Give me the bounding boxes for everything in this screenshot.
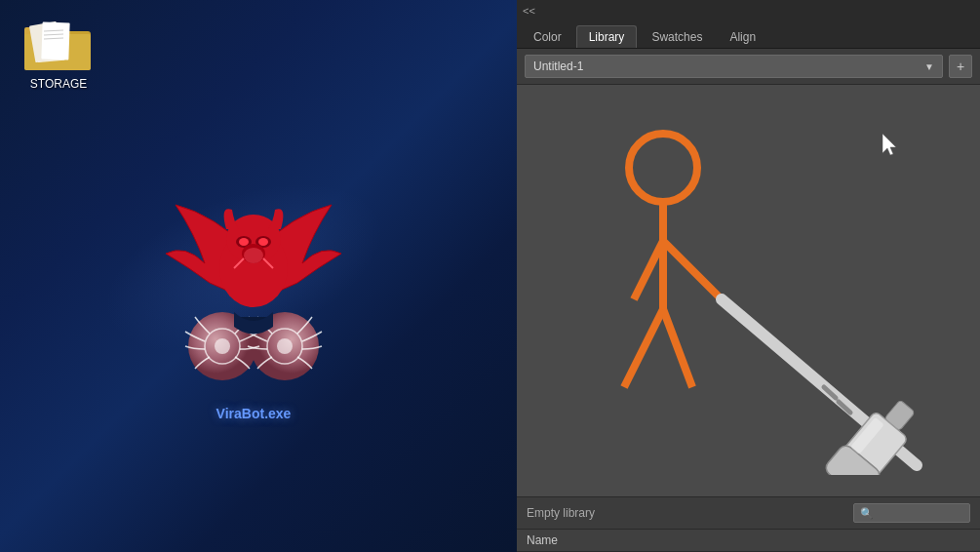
add-item-button[interactable]: + — [949, 55, 972, 78]
library-bottom: Empty library 🔍 Name — [517, 496, 980, 552]
tab-swatches[interactable]: Swatches — [639, 25, 715, 48]
svg-point-22 — [215, 338, 230, 354]
virabot-label: ViraBot.exe — [216, 406, 292, 421]
folder-graphic — [24, 20, 93, 73]
virabot-exe-icon[interactable]: ViraBot.exe — [146, 176, 361, 421]
stick-figure-graphic — [536, 104, 946, 475]
svg-line-30 — [624, 309, 663, 387]
tab-color[interactable]: Color — [521, 25, 574, 48]
svg-point-13 — [239, 238, 249, 246]
svg-point-24 — [277, 338, 293, 354]
tab-library[interactable]: Library — [576, 25, 638, 48]
collapse-arrows[interactable]: << — [523, 5, 535, 17]
toolbar-row: Untitled-1 ▼ + — [517, 49, 980, 85]
dropdown-arrow-icon: ▼ — [924, 61, 934, 72]
search-icon: 🔍 — [860, 507, 874, 520]
svg-line-29 — [663, 241, 722, 299]
document-dropdown[interactable]: Untitled-1 ▼ — [525, 55, 943, 78]
svg-point-14 — [258, 238, 268, 246]
desktop: STORAGE — [0, 0, 517, 552]
name-column-header: Name — [517, 529, 980, 552]
storage-folder-icon[interactable]: STORAGE — [20, 20, 98, 91]
tab-align[interactable]: Align — [717, 25, 768, 48]
svg-line-31 — [663, 309, 692, 387]
library-panel: << Color Library Swatches Align Untitled… — [517, 0, 980, 552]
storage-label: STORAGE — [30, 77, 87, 91]
svg-line-28 — [634, 241, 663, 299]
empty-library-row: Empty library 🔍 — [517, 496, 980, 529]
empty-library-label: Empty library — [527, 506, 595, 520]
svg-rect-5 — [41, 22, 69, 60]
svg-point-26 — [629, 134, 697, 202]
search-box[interactable]: 🔍 — [853, 503, 970, 523]
svg-point-16 — [244, 248, 263, 263]
library-content-area — [517, 85, 980, 496]
panel-collapse-bar[interactable]: << — [517, 0, 980, 21]
tab-bar: Color Library Swatches Align — [517, 21, 980, 49]
document-dropdown-value: Untitled-1 — [533, 59, 583, 73]
